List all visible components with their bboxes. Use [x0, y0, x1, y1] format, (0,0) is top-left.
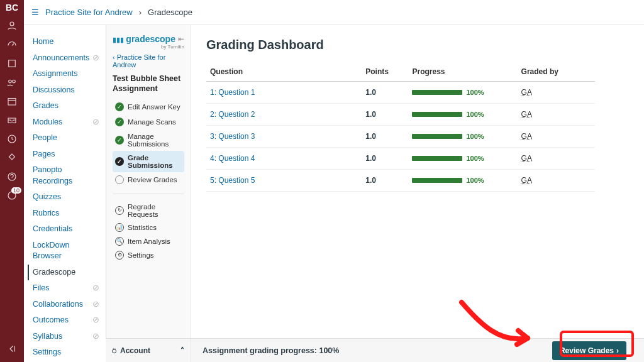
back-to-course-link[interactable]: ‹ Practice Site for Andrew	[113, 53, 184, 69]
graded-by-cell[interactable]: GA	[518, 126, 596, 148]
progress-cell: 100%	[408, 148, 517, 170]
nav-item-outcomes[interactable]: Outcomes⊘	[33, 312, 99, 329]
hidden-icon: ⊘	[92, 53, 99, 64]
dashboard-icon[interactable]	[6, 39, 18, 50]
question-link[interactable]: 1: Question 1	[206, 82, 362, 104]
progress-cell: 100%	[408, 82, 517, 104]
course-nav: HomeAnnouncements⊘AssignmentsDiscussions…	[24, 25, 106, 362]
settings-icon: ⚙	[115, 251, 124, 260]
svg-line-1	[12, 44, 14, 46]
chevron-right-icon: ›	[616, 346, 619, 355]
current-step-icon: ✓	[115, 157, 124, 166]
progress-bar	[412, 134, 462, 139]
item-analysis-icon: 🔍	[115, 237, 124, 246]
breadcrumb-course[interactable]: Practice Site for Andrew	[45, 8, 133, 17]
check-icon: ✓	[115, 102, 124, 111]
points-cell: 1.0	[362, 104, 408, 126]
progress-cell: 100%	[408, 104, 517, 126]
nav-item-credentials[interactable]: Credentials	[33, 221, 99, 238]
account-avatar-icon[interactable]	[6, 20, 18, 31]
nav-item-quizzes[interactable]: Quizzes	[33, 189, 99, 206]
review-grades-button[interactable]: Review Grades›	[552, 341, 626, 360]
nav-item-discussions[interactable]: Discussions	[33, 82, 99, 99]
global-rail: BC 10	[0, 0, 24, 362]
question-link[interactable]: 5: Question 5	[206, 170, 362, 192]
notification-badge: 10	[11, 187, 21, 194]
menu-collapse-icon[interactable]: ⇤	[178, 35, 184, 43]
groups-icon[interactable]	[6, 77, 18, 88]
graded-by-cell[interactable]: GA	[518, 170, 596, 192]
assignment-progress-text: Assignment grading progress: 100%	[191, 346, 350, 355]
commons-icon[interactable]	[6, 152, 18, 163]
nav-item-settings[interactable]: Settings	[33, 344, 99, 361]
util-settings[interactable]: ⚙Settings	[113, 248, 184, 262]
courses-icon[interactable]	[6, 58, 18, 69]
hidden-icon: ⊘	[92, 283, 99, 294]
svg-rect-7	[8, 118, 16, 123]
step-grade-submissions[interactable]: ✓Grade Submissions	[113, 151, 184, 172]
gradescope-panel: ▮▮▮ gradescope ⇤ by Turnitin ‹ Practice …	[106, 25, 191, 338]
hidden-icon: ⊘	[92, 299, 99, 310]
table-row: 4: Question 41.0100%GA	[206, 148, 595, 170]
nav-item-announcements[interactable]: Announcements⊘	[33, 50, 99, 67]
question-link[interactable]: 4: Question 4	[206, 148, 362, 170]
help-icon[interactable]	[6, 171, 18, 182]
nav-item-people[interactable]: People	[33, 130, 99, 146]
col-progress: Progress	[412, 67, 445, 76]
util-item-analysis[interactable]: 🔍Item Analysis	[113, 234, 184, 248]
hidden-icon: ⊘	[92, 117, 99, 128]
svg-rect-2	[9, 60, 16, 67]
nav-item-collaborations[interactable]: Collaborations⊘	[33, 297, 99, 313]
collapse-rail-icon[interactable]	[6, 343, 18, 354]
chevron-right-icon: ›	[139, 8, 142, 17]
account-toggle[interactable]: ⍥Account ˄	[106, 339, 191, 362]
step-manage-scans[interactable]: ✓Manage Scans	[113, 114, 184, 129]
util-statistics[interactable]: 📊Statistics	[113, 221, 184, 234]
graded-by-cell[interactable]: GA	[518, 104, 596, 126]
nav-item-home[interactable]: Home	[33, 34, 99, 50]
history-icon[interactable]	[6, 133, 18, 145]
nav-item-rubrics[interactable]: Rubrics	[33, 206, 99, 222]
nav-item-syllabus[interactable]: Syllabus⊘	[33, 329, 99, 345]
points-cell: 1.0	[362, 148, 408, 170]
chevron-up-icon: ˄	[180, 346, 184, 355]
gradescope-byline: by Turnitin	[113, 44, 184, 50]
nav-item-lockdown-browser[interactable]: LockDown Browser	[33, 238, 99, 265]
user-icon: ⍥	[112, 346, 116, 355]
nav-item-grades[interactable]: Grades	[33, 98, 99, 114]
progress-bar	[412, 112, 462, 117]
table-row: 3: Question 31.0100%GA	[206, 126, 595, 148]
main-content: Grading Dashboard Question Points Progre…	[191, 25, 644, 338]
institution-logo[interactable]: BC	[6, 3, 18, 13]
util-regrade-requests[interactable]: ↻Regrade Requests	[113, 200, 184, 221]
nav-item-files[interactable]: Files⊘	[33, 280, 99, 297]
step-manage-submissions[interactable]: ✓Manage Submissions	[113, 129, 184, 151]
inbox-icon[interactable]	[6, 114, 18, 126]
table-row: 5: Question 51.0100%GA	[206, 170, 595, 192]
breadcrumb-current: Gradescope	[148, 8, 192, 17]
graded-by-cell[interactable]: GA	[518, 148, 596, 170]
progress-cell: 100%	[408, 170, 517, 192]
empty-circle-icon	[115, 175, 124, 184]
step-review-grades[interactable]: Review Grades	[113, 172, 184, 187]
nav-item-assignments[interactable]: Assignments	[33, 66, 99, 82]
progress-cell: 100%	[408, 126, 517, 148]
graded-by-cell[interactable]: GA	[518, 82, 596, 104]
nav-item-pages[interactable]: Pages	[33, 146, 99, 163]
question-link[interactable]: 3: Question 3	[206, 126, 362, 148]
calendar-icon[interactable]	[6, 96, 18, 107]
svg-rect-5	[8, 99, 16, 106]
nav-item-gradescope[interactable]: Gradescope	[28, 265, 99, 281]
question-link[interactable]: 2: Question 2	[206, 104, 362, 126]
hidden-icon: ⊘	[92, 331, 99, 343]
points-cell: 1.0	[362, 82, 408, 104]
hamburger-icon[interactable]: ☰	[31, 8, 39, 17]
notifications-icon[interactable]: 10	[6, 190, 18, 201]
assignment-title: Test Bubble Sheet Assignment	[113, 74, 184, 94]
step-edit-answer-key[interactable]: ✓Edit Answer Key	[113, 99, 184, 114]
progress-bar	[412, 178, 462, 183]
nav-item-panopto-recordings[interactable]: Panopto Recordings	[33, 162, 99, 189]
table-row: 1: Question 11.0100%GA	[206, 82, 595, 104]
nav-item-modules[interactable]: Modules⊘	[33, 114, 99, 131]
col-question: Question	[210, 67, 243, 76]
